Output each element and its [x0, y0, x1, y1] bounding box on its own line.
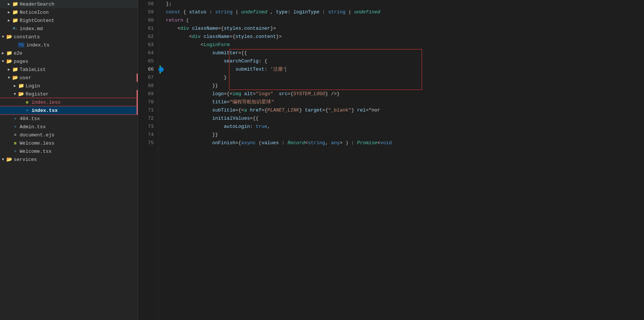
code-text: div: [180, 25, 189, 33]
code-text: .: [241, 25, 244, 33]
code-text: values: [261, 139, 279, 147]
code-line-70: title = "编程导航知识星球": [166, 98, 644, 106]
ejs-icon: ≡: [12, 133, 19, 137]
code-text: styles: [235, 33, 253, 41]
collapse-arrow: ▼: [0, 158, 6, 162]
code-line-59: const { status : string | undefined , ty…: [166, 8, 644, 16]
code-line-71: subTitle ={< a href ={ PLANET_LINK } tar…: [166, 106, 644, 114]
file-explorer[interactable]: ▶ 📁 HeaderSearch ▶ 📁 NoticeIcon ▶ 📁 Righ…: [0, 0, 138, 320]
tree-item-register-index-less[interactable]: ▶ ▦ index.less: [0, 98, 138, 106]
folder-icon: 📁: [12, 9, 19, 15]
tsx-icon: ⚛: [12, 125, 19, 129]
tree-item-document-ejs[interactable]: ▶ ≡ document.ejs: [0, 131, 138, 139]
tree-item-welcome-tsx[interactable]: ▶ ⚛ Welcome.tsx: [0, 147, 138, 155]
code-text: (: [256, 139, 262, 147]
code-text: <: [377, 139, 380, 147]
code-text: .: [253, 33, 256, 41]
code-text: > ) :: [340, 139, 357, 147]
code-text: |: [232, 8, 241, 16]
tree-label: index.less: [32, 100, 61, 105]
code-text: } />}: [325, 90, 340, 98]
code-text: type: [276, 8, 287, 16]
code-text: ={{: [238, 49, 247, 57]
code-text: ,: [267, 123, 270, 131]
line-numbers: 58 59 60 61 62 63 64 65 66 67 68 69 70 7…: [138, 0, 158, 320]
code-text: :: [320, 8, 328, 16]
tree-item-constants[interactable]: ▼ 📂 constants: [0, 33, 138, 41]
code-line-68: }}: [166, 82, 644, 90]
code-text: };: [166, 0, 172, 8]
code-text: SYSTEM_LOGO: [293, 90, 325, 98]
code-line-73: autoLogin : true ,: [166, 123, 644, 131]
code-text: ={: [218, 25, 224, 33]
code-text: ,: [325, 139, 331, 147]
collapse-arrow: ▶: [6, 67, 12, 72]
code-text: "编程导航知识星球": [230, 98, 274, 106]
tree-item-admin[interactable]: ▶ ⚛ Admin.tsx: [0, 123, 138, 131]
tree-label: index.tsx: [32, 108, 58, 113]
red-indicator: [137, 90, 138, 98]
code-text: img: [232, 90, 241, 98]
code-text: "logo": [256, 90, 273, 98]
tree-item-404[interactable]: ▶ ⚛ 404.tsx: [0, 114, 138, 123]
tree-item-e2e[interactable]: ▶ 📁 e2e: [0, 49, 138, 57]
code-text: submitter: [212, 49, 238, 57]
code-text: submitText: [235, 65, 264, 74]
collapse-arrow: ▶: [12, 84, 18, 88]
tree-item-headersearch[interactable]: ▶ 📁 HeaderSearch: [0, 0, 138, 8]
tree-item-rightcontent[interactable]: ▶ 📁 RightContent: [0, 16, 138, 25]
code-text: Record: [288, 139, 305, 147]
tree-item-services[interactable]: ▼ 📂 services: [0, 155, 138, 164]
tree-label: Welcome.tsx: [20, 149, 52, 154]
tree-label: user: [20, 75, 31, 81]
tree-item-pages[interactable]: ▼ 📂 pages: [0, 57, 138, 65]
tree-item-noticeicon[interactable]: ▶ 📁 NoticeIcon: [0, 8, 138, 16]
code-text: :: [279, 139, 287, 147]
code-text: <: [305, 139, 308, 147]
code-text: any: [331, 139, 340, 147]
code-text: :: [264, 65, 270, 74]
code-text: }>: [270, 25, 276, 33]
code-line-65: searchConfig : {: [166, 57, 644, 65]
code-text: className: [203, 33, 229, 41]
tree-item-login[interactable]: ▶ 📁 Login: [0, 82, 138, 90]
code-text: =: [253, 90, 256, 98]
collapse-arrow: ▼: [12, 92, 18, 96]
tree-item-welcome-less[interactable]: ▶ ▦ Welcome.less: [0, 139, 138, 147]
folder-icon: 📂: [6, 58, 13, 64]
tree-item-user[interactable]: ▼ 📂 user: [0, 74, 138, 82]
folder-icon: 📂: [6, 34, 13, 40]
md-icon: M↓: [12, 26, 19, 31]
code-text: : {: [259, 57, 267, 65]
code-text: div: [192, 33, 200, 41]
code-text: LoginForm: [203, 41, 229, 49]
code-line-58: };: [166, 0, 644, 8]
code-content[interactable]: }; const { status : string | undefined ,…: [158, 0, 644, 320]
folder-icon: 📂: [12, 75, 19, 81]
tree-label: Welcome.less: [20, 140, 55, 146]
code-text: rel: [357, 106, 366, 114]
tree-item-register-index-tsx[interactable]: ▶ ⚛ index.tsx: [0, 106, 138, 114]
code-text: PLANET_LINK: [267, 106, 299, 114]
code-text: searchConfig: [224, 57, 259, 65]
code-text: const: [166, 8, 180, 16]
code-text: [201, 33, 204, 41]
code-text: }}: [166, 131, 218, 139]
code-text: {: [180, 8, 189, 16]
collapse-arrow: ▶: [6, 2, 12, 6]
code-line-61: < div className ={ styles . container }>: [166, 25, 644, 33]
tree-item-constants-index-ts[interactable]: ▶ TS index.ts: [0, 41, 138, 49]
code-text: "_blank": [328, 106, 351, 114]
code-text: string: [215, 8, 233, 16]
code-text: [241, 90, 244, 98]
code-text: ={<: [224, 90, 232, 98]
tree-item-register[interactable]: ▼ 📂 Register: [0, 90, 138, 98]
code-line-74: }}: [166, 131, 644, 139]
ts-icon: TS: [18, 42, 24, 48]
tree-item-tablelist[interactable]: ▶ 📁 TableList: [0, 65, 138, 74]
tree-item-index-md[interactable]: ▶ M↓ index.md: [0, 25, 138, 33]
code-text: ={: [235, 139, 241, 147]
collapse-arrow: ▼: [0, 35, 6, 39]
collapse-arrow: ▼: [6, 76, 12, 80]
tree-label: Register: [26, 91, 49, 97]
